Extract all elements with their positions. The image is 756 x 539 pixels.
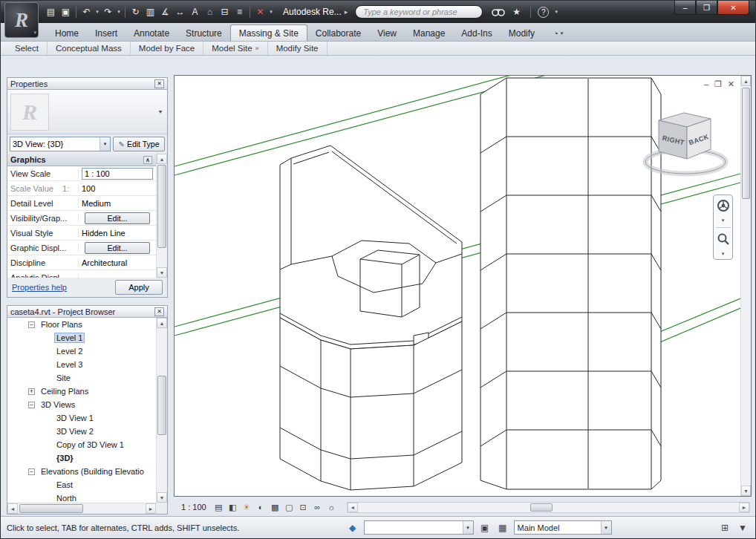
design-option-chevron-icon[interactable]: ▾ (601, 521, 611, 534)
scroll-up-icon[interactable]: ▲ (157, 154, 167, 164)
tree-label[interactable]: 3D View 1 (54, 413, 96, 423)
redo-dropdown-icon[interactable]: ▾ (116, 4, 122, 19)
help-icon[interactable]: ? (538, 7, 549, 18)
press-drag-icon[interactable]: ⊞ (718, 521, 731, 535)
collapse-box-icon[interactable]: − (28, 321, 35, 328)
application-menu-button[interactable]: R ▾ (4, 2, 39, 38)
view-close-icon[interactable]: ✕ (728, 79, 734, 89)
tab-structure[interactable]: Structure (177, 25, 230, 41)
active-workset-select[interactable]: ▾ (364, 520, 474, 535)
viewport-vertical-scrollbar[interactable]: ▲ ▼ (740, 76, 751, 496)
detail-level-value[interactable]: Medium (79, 199, 156, 208)
text-note-icon[interactable]: A (188, 4, 202, 19)
workset-chevron-icon[interactable]: ▾ (463, 521, 473, 534)
tree-item-elevations[interactable]: − Elevations (Building Elevatio (7, 465, 156, 478)
scroll-up-icon[interactable]: ▲ (157, 318, 167, 328)
thin-lines-icon[interactable]: ≡ (232, 4, 247, 19)
collapse-box-icon[interactable]: − (28, 402, 35, 408)
tree-label[interactable]: 3D View 2 (54, 426, 96, 437)
maximize-button[interactable]: ❐ (696, 1, 717, 15)
viewport-horizontal-scrollbar[interactable]: ◄ ► (347, 502, 750, 513)
undo-dropdown-icon[interactable]: ▾ (94, 4, 100, 19)
scroll-left-icon[interactable]: ◄ (7, 503, 18, 514)
redo-icon[interactable]: ↷ (101, 4, 115, 19)
scroll-down-icon[interactable]: ▼ (157, 492, 167, 503)
apply-button[interactable]: Apply (115, 280, 163, 295)
tree-item-3d[interactable]: {3D} (7, 451, 156, 465)
tab-massing-site[interactable]: Massing & Site (230, 24, 307, 41)
tree-label[interactable]: Level 2 (54, 346, 85, 356)
scroll-down-icon[interactable]: ▼ (741, 486, 751, 496)
scroll-left-icon[interactable]: ◄ (348, 503, 358, 512)
steering-wheel-options-chevron-icon[interactable]: ▾ (722, 218, 725, 223)
panel-select[interactable]: Select (7, 42, 48, 55)
visual-style-value[interactable]: Hidden Line (79, 229, 156, 238)
tab-modify[interactable]: Modify (501, 25, 543, 41)
tab-view[interactable]: View (369, 25, 405, 41)
close-button[interactable]: ✕ (717, 1, 749, 15)
tree-item-ceiling-plans[interactable]: + Ceiling Plans (7, 385, 156, 398)
scroll-up-icon[interactable]: ▲ (741, 76, 751, 86)
scrollbar-thumb[interactable] (742, 88, 750, 199)
tree-label[interactable]: East (54, 480, 75, 490)
search-binoculars-icon[interactable] (492, 7, 505, 17)
tree-label[interactable]: Site (54, 373, 73, 383)
tab-collaborate[interactable]: Collaborate (307, 25, 369, 41)
tab-insert[interactable]: Insert (87, 25, 126, 41)
scale-value-value[interactable]: 100 (79, 184, 156, 193)
temporary-hide-isolate-icon[interactable]: ∞ (311, 501, 324, 514)
tree-item-east[interactable]: East (7, 478, 156, 491)
view-minimize-icon[interactable]: – (704, 79, 708, 89)
type-preview-chevron-icon[interactable]: ▾ (159, 108, 164, 115)
project-browser-header[interactable]: caseta4.rvt - Project Browser ✕ (7, 306, 167, 318)
tab-annotate[interactable]: Annotate (126, 25, 177, 41)
rendering-dialog-icon[interactable]: ▩ (269, 501, 281, 514)
help-dropdown-icon[interactable]: ▾ (553, 4, 559, 19)
scale-button[interactable]: 1 : 100 (177, 500, 211, 514)
measure-icon[interactable]: ∡ (158, 4, 172, 19)
panel-conceptual-mass[interactable]: Conceptual Mass (48, 42, 131, 55)
aligned-dimension-icon[interactable]: ↔ (173, 4, 187, 19)
undo-icon[interactable]: ↶ (79, 4, 94, 19)
tab-manage[interactable]: Manage (405, 25, 453, 41)
tree-item-north[interactable]: North (7, 491, 156, 503)
print-icon[interactable]: ▥ (143, 4, 157, 19)
save-icon[interactable]: ▣ (59, 4, 73, 19)
zoom-button[interactable] (716, 232, 731, 249)
view-restore-icon[interactable]: ❐ (714, 79, 722, 89)
crop-view-icon[interactable]: ▢ (283, 501, 296, 514)
tree-label[interactable]: Elevations (Building Elevatio (39, 466, 146, 477)
tree-item-level-2[interactable]: Level 2 (7, 344, 156, 358)
sun-path-icon[interactable]: ☀ (241, 501, 253, 514)
type-selector-combo[interactable]: 3D View: {3D} ▾ (10, 137, 111, 151)
tree-label[interactable]: 3D Views (39, 399, 77, 410)
view-scale-value[interactable]: 1 : 100 (82, 168, 153, 180)
section-icon[interactable]: ⊟ (218, 4, 232, 19)
section-collapse-icon[interactable]: ∧ (143, 156, 152, 164)
default-3d-view-icon[interactable]: ⌂ (203, 4, 217, 19)
close-hidden-windows-icon[interactable]: ✕ (253, 4, 267, 19)
tree-item-3d-views[interactable]: − 3D Views (7, 398, 156, 411)
visual-style-icon[interactable]: ◧ (227, 501, 239, 514)
drawing-area[interactable]: RIGHT BACK – ❐ ✕ (174, 75, 752, 497)
properties-close-icon[interactable]: ✕ (154, 79, 164, 88)
reveal-hidden-elements-icon[interactable]: ☼ (325, 501, 338, 514)
tree-label[interactable]: Ceiling Plans (39, 386, 91, 396)
filter-icon[interactable]: ▼ (736, 521, 749, 535)
discipline-value[interactable]: Architectural (79, 258, 156, 267)
favorites-star-icon[interactable]: ★ (509, 4, 524, 19)
tree-item-3d-view-2[interactable]: 3D View 2 (7, 425, 156, 438)
panel-model-by-face[interactable]: Model by Face (131, 42, 203, 55)
help-search-input[interactable] (355, 5, 483, 19)
ribbon-minimize-toggle[interactable]: ◔ ▾ (553, 29, 563, 41)
steering-wheel-button[interactable] (716, 198, 731, 216)
tree-label[interactable]: Level 3 (54, 359, 85, 370)
tree-item-level-1[interactable]: Level 1 (7, 331, 156, 344)
scrollbar-thumb[interactable] (530, 503, 553, 512)
tree-label[interactable]: Floor Plans (39, 319, 85, 330)
graphic-display-edit-button[interactable]: Edit... (85, 242, 150, 254)
tree-item-level-3[interactable]: Level 3 (7, 358, 156, 371)
panel-modify-site[interactable]: Modify Site (268, 42, 328, 55)
model-canvas[interactable]: RIGHT BACK (175, 76, 740, 496)
tower-right-wireframe[interactable] (480, 78, 661, 489)
